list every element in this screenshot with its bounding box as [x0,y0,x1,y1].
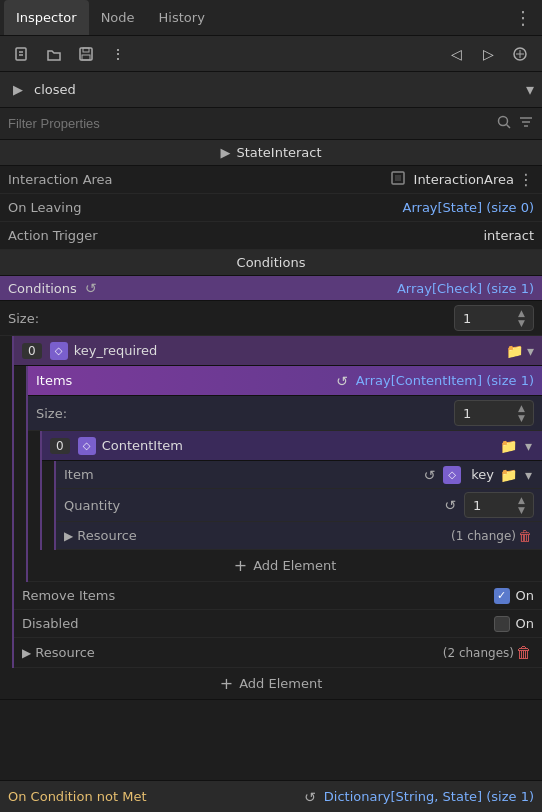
outer-add-element-label: Add Element [239,676,322,691]
items-row: Items ↺ Array[ContentItem] (size 1) [28,366,542,396]
filter-bar [0,108,542,140]
open-button[interactable] [40,40,68,68]
tab-node[interactable]: Node [89,0,147,35]
items-nested: Items ↺ Array[ContentItem] (size 1) Size… [26,366,542,582]
on-leaving-value: Array[State] (size 0) [403,200,534,215]
section-play-icon: ▶ [220,145,230,160]
interaction-area-value: InteractionArea [414,172,514,187]
item-row: Item ↺ ◇ key 📁 ▾ [56,461,542,489]
items-size-spinner[interactable]: ▲▼ [518,403,525,423]
outer-resource-chevron-icon[interactable]: ▶ [22,646,31,660]
inner-resource-row: ▶ Resource (1 change) 🗑 [56,522,542,550]
play-button[interactable]: ▶ [8,80,28,100]
interaction-area-label: Interaction Area [8,172,168,187]
item-folder-icon[interactable]: 📁 [498,465,519,485]
conditions-size-row: Size: 1 ▲▼ [0,301,542,336]
item-expand-icon[interactable]: ▾ [523,465,534,485]
inner-add-element-label: Add Element [253,558,336,573]
key-folder-icon[interactable]: 📁 [506,343,523,359]
section-title: StateInteract [236,145,321,160]
conditions-header-row: Conditions ↺ Array[Check] (size 1) [0,276,542,301]
quantity-label: Quantity [64,498,444,513]
scene-expand[interactable]: ▾ [526,80,534,99]
svg-line-8 [507,125,511,129]
bottom-bar-label: On Condition not Met [8,789,304,804]
content-item-nested: 0 ◇ ContentItem 📁 ▾ Item ↺ ◇ [40,431,542,550]
disabled-checkbox[interactable] [494,616,510,632]
search-icon[interactable] [496,114,512,133]
key-type-icon: ◇ [50,342,68,360]
remove-items-row: Remove Items ✓ On [14,582,542,610]
filter-settings-icon[interactable] [518,114,534,133]
scene-bar: ▶ closed ▾ [0,72,542,108]
item-value-icon: ◇ [443,466,461,484]
item-prop-label: Item [64,467,423,482]
ci-expand-icon[interactable]: ▾ [523,436,534,456]
on-leaving-row: On Leaving Array[State] (size 0) [0,194,542,222]
interaction-area-row: Interaction Area InteractionArea ⋮ [0,166,542,194]
tab-more-button[interactable]: ⋮ [508,5,538,31]
remove-items-value: On [516,588,534,603]
outer-resource-trash-icon[interactable]: 🗑 [514,641,534,664]
tab-bar: Inspector Node History ⋮ [0,0,542,36]
action-trigger-label: Action Trigger [8,228,168,243]
key-required-row: 0 ◇ key_required 📁 ▾ [14,336,542,366]
conditions-section-header: Conditions [0,250,542,276]
disabled-value: On [516,616,534,631]
outer-add-plus-icon: + [220,674,233,693]
tab-history[interactable]: History [147,0,217,35]
outer-resource-row: ▶ Resource (2 changes) 🗑 [14,638,542,668]
bottom-bar-refresh-icon[interactable]: ↺ [304,789,316,805]
items-label: Items [36,373,336,388]
ci-type-icon: ◇ [78,437,96,455]
bottom-bar-value: Dictionary[String, State] (size 1) [324,789,534,804]
outer-resource-label: Resource [35,645,443,660]
remove-items-checkbox[interactable]: ✓ [494,588,510,604]
conditions-value: Array[Check] (size 1) [97,281,534,296]
save-button[interactable] [72,40,100,68]
item-refresh-icon[interactable]: ↺ [423,467,435,483]
next-button[interactable]: ▷ [474,40,502,68]
conditions-size-input[interactable]: 1 ▲▼ [454,305,534,331]
toolbar: ⋮ ◁ ▷ [0,36,542,72]
tab-inspector[interactable]: Inspector [4,0,89,35]
action-trigger-value: interact [483,228,534,243]
interaction-area-more[interactable]: ⋮ [518,170,534,189]
items-value: Array[ContentItem] (size 1) [356,373,534,388]
scene-label: closed [34,82,526,97]
ci-index: 0 [50,438,70,454]
outer-resource-change: (2 changes) [443,646,514,660]
svg-point-7 [499,117,508,126]
new-scene-button[interactable] [8,40,36,68]
prev-button[interactable]: ◁ [442,40,470,68]
conditions-size-label: Size: [8,311,88,326]
more-options-button[interactable]: ⋮ [104,40,132,68]
inner-add-element-row[interactable]: + Add Element [28,550,542,582]
outer-add-element-row[interactable]: + Add Element [0,668,542,700]
items-refresh-icon[interactable]: ↺ [336,373,348,389]
ci-name: ContentItem [102,438,498,453]
inner-resource-trash-icon[interactable]: 🗑 [516,526,534,546]
item-details-nested: Item ↺ ◇ key 📁 ▾ Quantity ↺ [54,461,542,550]
action-trigger-row: Action Trigger interact [0,222,542,250]
inner-add-plus-icon: + [234,556,247,575]
conditions-nested: 0 ◇ key_required 📁 ▾ Items ↺ Array[Conte… [12,336,542,668]
conditions-refresh-icon[interactable]: ↺ [85,280,97,296]
size-spinner-arrows[interactable]: ▲▼ [518,308,525,328]
interaction-area-icon [390,170,406,189]
items-size-label: Size: [36,406,116,421]
content-item-row: 0 ◇ ContentItem 📁 ▾ [42,431,542,461]
main-area: ▶ StateInteract Interaction Area Interac… [0,140,542,780]
filter-input[interactable] [8,116,490,131]
quantity-refresh-icon[interactable]: ↺ [444,497,456,513]
inner-resource-change: (1 change) [451,529,516,543]
resource-chevron-icon[interactable]: ▶ [64,529,73,543]
ci-folder-icon[interactable]: 📁 [498,436,519,456]
quantity-spinner[interactable]: ▲▼ [518,495,525,515]
items-size-input[interactable]: 1 ▲▼ [454,400,534,426]
inner-resource-label: Resource [77,528,451,543]
key-expand-icon[interactable]: ▾ [527,343,534,359]
remote-button[interactable] [506,40,534,68]
quantity-input[interactable]: 1 ▲▼ [464,492,534,518]
item-value: key [471,467,494,482]
